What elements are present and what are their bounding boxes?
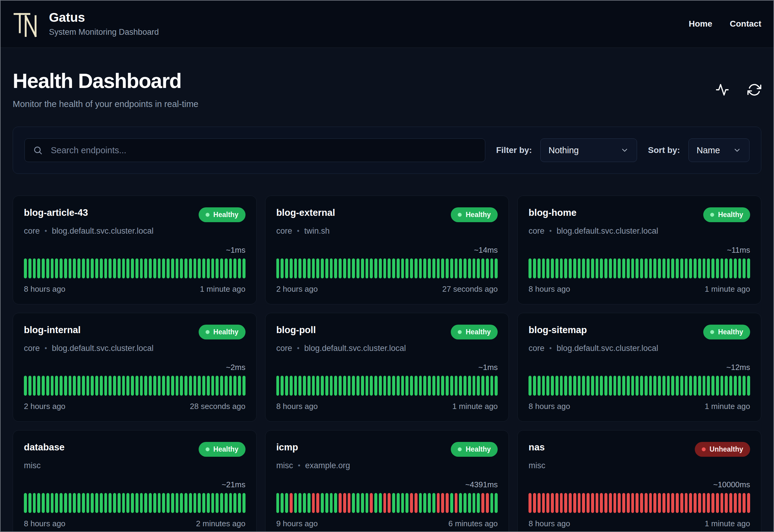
endpoint-group: misc: [276, 461, 293, 470]
endpoint-card[interactable]: icmp Healthy misc • example.org ~4391ms …: [265, 430, 509, 532]
endpoint-card[interactable]: nas Unhealthy misc ~10000ms 8 hours ago …: [517, 430, 761, 532]
endpoint-name: blog-internal: [24, 325, 81, 336]
main-nav: Home Contact: [689, 19, 761, 29]
uptime-bar: [711, 258, 714, 278]
uptime-bar: [734, 493, 737, 513]
uptime-bar: [370, 376, 373, 396]
refresh-icon[interactable]: [747, 83, 761, 97]
endpoint-card[interactable]: blog-internal Healthy core • blog.defaul…: [13, 313, 257, 422]
uptime-bars: [24, 258, 246, 278]
uptime-bar: [662, 258, 665, 278]
uptime-bar: [415, 376, 418, 396]
endpoint-card[interactable]: blog-poll Healthy core • blog.default.sv…: [265, 313, 509, 422]
uptime-bar: [463, 258, 467, 278]
uptime-bar: [671, 376, 674, 396]
uptime-bar: [104, 376, 107, 396]
uptime-bar: [140, 258, 143, 278]
uptime-bar: [91, 258, 94, 278]
uptime-bar: [423, 493, 426, 513]
uptime-bar: [316, 376, 319, 396]
endpoint-card[interactable]: database Healthy misc ~21ms 8 hours ago …: [13, 430, 257, 532]
card-top: database Healthy: [24, 442, 246, 457]
sort-by-label: Sort by:: [648, 145, 680, 155]
uptime-bar: [450, 493, 453, 513]
times-row: 8 hours ago 1 minute ago: [24, 284, 246, 294]
uptime-bar: [352, 376, 355, 396]
endpoint-card[interactable]: blog-external Healthy core • twin.sh ~14…: [265, 196, 509, 304]
filter-select[interactable]: Nothing: [540, 138, 637, 162]
uptime-bar: [193, 258, 197, 278]
uptime-bar: [366, 258, 369, 278]
uptime-bar: [587, 258, 590, 278]
uptime-bar: [321, 258, 324, 278]
status-label: Unhealthy: [710, 445, 743, 453]
uptime-bar: [419, 493, 422, 513]
oldest-time: 8 hours ago: [276, 402, 318, 411]
uptime-bar: [383, 493, 386, 513]
uptime-bar: [591, 258, 594, 278]
group-host-separator: •: [549, 227, 552, 235]
nav-link-home[interactable]: Home: [689, 19, 712, 29]
card-top: blog-home Healthy: [528, 207, 750, 222]
uptime-bar: [361, 258, 364, 278]
uptime-bar: [743, 493, 746, 513]
uptime-bar: [162, 493, 165, 513]
uptime-bar: [69, 493, 72, 513]
status-badge: Healthy: [451, 442, 498, 457]
endpoint-card[interactable]: blog-article-43 Healthy core • blog.defa…: [13, 196, 257, 304]
uptime-bar: [698, 376, 701, 396]
newest-time: 1 minute ago: [200, 284, 245, 294]
uptime-bar: [316, 258, 319, 278]
uptime-bar: [455, 493, 458, 513]
uptime-bar: [211, 493, 214, 513]
endpoint-name: blog-external: [276, 207, 335, 218]
uptime-bar: [392, 376, 395, 396]
uptime-bar: [383, 376, 386, 396]
uptime-bar: [220, 258, 223, 278]
uptime-bar: [609, 376, 612, 396]
uptime-bar: [189, 376, 192, 396]
search-input[interactable]: [24, 138, 485, 162]
uptime-bar: [153, 493, 156, 513]
endpoint-card[interactable]: blog-home Healthy core • blog.default.sv…: [517, 196, 761, 304]
uptime-bar: [140, 493, 143, 513]
nav-link-contact[interactable]: Contact: [730, 19, 761, 29]
uptime-bar: [356, 493, 359, 513]
uptime-bar: [653, 376, 656, 396]
uptime-bar: [622, 258, 625, 278]
uptime-bar: [405, 493, 408, 513]
uptime-bar: [379, 258, 382, 278]
uptime-bar: [662, 376, 665, 396]
uptime-bar: [658, 376, 661, 396]
uptime-bar: [216, 493, 219, 513]
uptime-bar: [374, 376, 377, 396]
uptime-bar: [144, 493, 147, 513]
activity-icon[interactable]: [715, 83, 729, 97]
sort-select[interactable]: Name: [688, 138, 750, 162]
uptime-bar: [609, 258, 612, 278]
uptime-bar: [667, 493, 670, 513]
status-badge: Healthy: [199, 325, 246, 339]
uptime-bar: [441, 493, 444, 513]
uptime-bar: [64, 376, 67, 396]
newest-time: 1 minute ago: [452, 402, 498, 411]
uptime-bar: [401, 493, 404, 513]
uptime-bar: [233, 376, 236, 396]
uptime-bar: [645, 258, 648, 278]
uptime-bar: [242, 258, 246, 278]
uptime-bar: [370, 493, 373, 513]
uptime-bar: [60, 376, 63, 396]
uptime-bar: [473, 376, 476, 396]
uptime-bar: [667, 376, 670, 396]
uptime-bar: [42, 493, 45, 513]
endpoint-name: blog-poll: [276, 325, 316, 336]
card-top: blog-poll Healthy: [276, 325, 498, 339]
times-row: 8 hours ago 1 minute ago: [528, 402, 750, 411]
logo-link[interactable]: [13, 10, 41, 38]
uptime-bar: [551, 493, 554, 513]
uptime-bar: [86, 258, 89, 278]
card-top: blog-sitemap Healthy: [528, 325, 750, 339]
uptime-bar: [330, 493, 333, 513]
endpoint-name: icmp: [276, 442, 298, 453]
endpoint-card[interactable]: blog-sitemap Healthy core • blog.default…: [517, 313, 761, 422]
